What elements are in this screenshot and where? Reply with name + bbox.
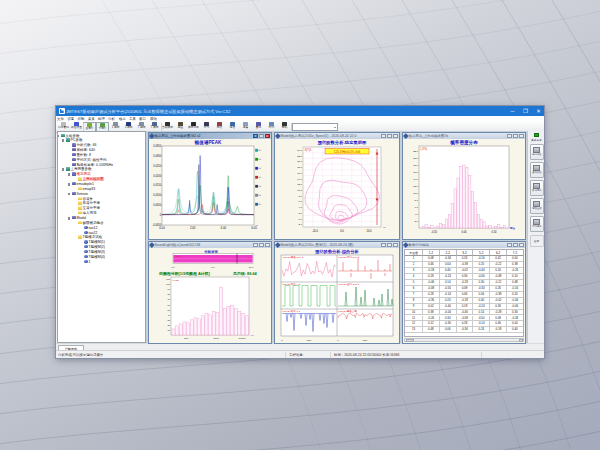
svg-text:2.00: 2.00 [189, 226, 195, 230]
svg-text:-2.0: -2.0 [297, 223, 302, 226]
svg-text:MCL2X实部 m/s^2: MCL2X实部 m/s^2 [338, 255, 359, 259]
svg-text:1000: 1000 [213, 337, 219, 340]
svg-text:0.0150: 0.0150 [153, 183, 161, 187]
svg-text:10.0: 10.0 [413, 191, 418, 194]
svg-text:0.0: 0.0 [298, 217, 302, 220]
svg-text:全程波形: 全程波形 [203, 249, 218, 253]
svg-text:12.0: 12.0 [297, 183, 302, 186]
svg-text:4.0: 4.0 [298, 206, 302, 209]
svg-text:0.0250: 0.0250 [153, 163, 161, 167]
svg-text:4.00: 4.00 [220, 226, 226, 230]
svg-text:幅值: 幅值 [510, 226, 516, 230]
svg-text:Hz: Hz [255, 224, 259, 227]
svg-text:0.0100: 0.0100 [153, 193, 161, 197]
svg-text:0.00: 0.00 [461, 229, 467, 233]
svg-text:14.0: 14.0 [413, 177, 418, 180]
svg-text:X(Y)1: X(Y)1 [304, 148, 312, 152]
svg-text:-0.50: -0.50 [431, 229, 437, 233]
svg-text:0.50: 0.50 [491, 229, 497, 233]
svg-text:0.0: 0.0 [340, 228, 344, 232]
svg-text:倍频程分析[1/3倍频程 A计权]: 倍频程分析[1/3倍频程 A计权] [158, 271, 211, 276]
svg-text:预估阶数分析-稳定集群图: 预估阶数分析-稳定集群图 [316, 140, 366, 146]
svg-text:C25.19Hz±0.5%, 6e6: C25.19Hz±0.5%, 6e6 [333, 149, 360, 153]
svg-text:0.1dB: 0.1dB [172, 278, 178, 280]
svg-text:0.12%: 0.12% [174, 255, 182, 258]
svg-text:MCL2X幅值自谱: MCL2X幅值自谱 [338, 309, 357, 313]
svg-text:0.0350: 0.0350 [153, 143, 161, 147]
svg-text:70: 70 [167, 298, 170, 300]
svg-text:0.0050: 0.0050 [153, 203, 161, 207]
svg-text:100: 100 [166, 283, 171, 285]
svg-text:6.0: 6.0 [298, 200, 302, 203]
svg-text:90: 90 [167, 288, 170, 290]
svg-text:20.0: 20.0 [297, 160, 302, 163]
svg-text:MCL2X相干 0-1: MCL2X相干 0-1 [282, 309, 300, 313]
svg-text:12.0: 12.0 [413, 184, 418, 187]
svg-text:500: 500 [362, 338, 367, 341]
svg-text:-20.0: -20.0 [312, 228, 318, 232]
svg-text:6.0: 6.0 [414, 205, 418, 208]
svg-text:0: 0 [281, 338, 283, 341]
svg-text:10.0: 10.0 [297, 189, 302, 192]
svg-text:预估阶数分析-综合分析: 预估阶数分析-综合分析 [314, 249, 359, 255]
svg-text:18.0: 18.0 [297, 166, 302, 169]
svg-text:100: 100 [183, 337, 188, 340]
svg-text:8.0: 8.0 [414, 198, 418, 201]
svg-text:22.0: 22.0 [413, 150, 418, 153]
svg-text:40: 40 [167, 313, 170, 315]
svg-text:2.0: 2.0 [298, 211, 302, 214]
svg-text:0.0200: 0.0200 [153, 173, 161, 177]
svg-text:22.0: 22.0 [297, 154, 302, 157]
svg-text:0.00: 0.00 [159, 226, 165, 230]
svg-text:110: 110 [166, 278, 170, 280]
svg-text:18.0: 18.0 [413, 163, 418, 166]
svg-text:8.0: 8.0 [298, 194, 302, 197]
svg-text:20.0: 20.0 [366, 228, 372, 232]
svg-text:0.0300: 0.0300 [153, 153, 161, 157]
svg-text:24.0: 24.0 [297, 149, 302, 152]
svg-text:10000: 10000 [238, 337, 246, 340]
svg-text:16.0: 16.0 [413, 170, 418, 173]
svg-text:0.0: 0.0 [171, 265, 175, 268]
svg-text:总声级: 89.64: 总声级: 89.64 [232, 271, 258, 276]
svg-text:4.0: 4.0 [414, 212, 418, 215]
svg-text:10.0: 10.0 [248, 265, 253, 268]
svg-text:Hz: Hz [383, 226, 386, 228]
svg-text:16.0: 16.0 [297, 171, 302, 174]
svg-text:20.0: 20.0 [413, 157, 418, 160]
svg-text:5.0: 5.0 [211, 265, 215, 268]
svg-text:2.0: 2.0 [414, 219, 418, 222]
svg-text:50: 50 [167, 308, 170, 310]
svg-text:20: 20 [167, 323, 170, 325]
svg-text:幅值谱PEAK: 幅值谱PEAK [194, 139, 221, 146]
svg-text:10: 10 [167, 328, 170, 330]
svg-text:(-X%): (-X%) [420, 146, 427, 150]
svg-text:概率密度分布: 概率密度分布 [449, 139, 478, 146]
svg-text:MCL2X虚部 m/s^2: MCL2X虚部 m/s^2 [338, 282, 359, 286]
svg-text:60: 60 [167, 303, 170, 305]
svg-text:30: 30 [167, 318, 170, 320]
svg-text:Hz: Hz [250, 334, 254, 336]
svg-text:500: 500 [306, 338, 311, 341]
svg-text:80: 80 [167, 293, 170, 295]
svg-text:0: 0 [337, 338, 339, 341]
svg-text:14.0: 14.0 [297, 177, 302, 180]
svg-text:MCL2X幅值 m/s^2: MCL2X幅值 m/s^2 [282, 255, 303, 259]
